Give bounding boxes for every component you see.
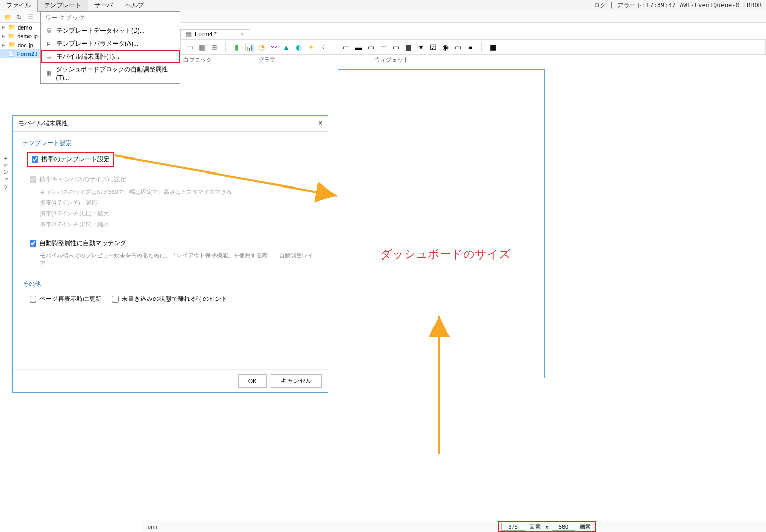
chk-label: 携帯キャンバスのサイズに設定: [39, 175, 126, 184]
chk-unsaved[interactable]: [112, 296, 119, 303]
section-template-settings: テンプレート設定: [22, 139, 319, 148]
chk-label: ページ再表示時に更新: [39, 295, 102, 304]
dialog-title-text: モバイル端末属性: [18, 119, 68, 128]
widget-number-icon[interactable]: ▭: [379, 42, 388, 52]
widget-combo-icon[interactable]: ▾: [416, 42, 425, 52]
tree-item-demo[interactable]: ▸ 📁 demo: [0, 23, 40, 32]
size-inputs: 画素 x 画素: [499, 522, 596, 531]
open-icon[interactable]: 📁: [3, 13, 12, 21]
separator: [481, 42, 482, 52]
tree-item-doc-jp[interactable]: ▸ 📁 doc-jp: [0, 40, 40, 49]
chart-line-icon[interactable]: 〰: [269, 42, 279, 52]
widget-textarea-icon[interactable]: ▤: [403, 42, 413, 52]
tree-label: Form2.f: [17, 51, 38, 57]
chevron-right-icon: ▸: [2, 33, 6, 39]
form-label: form: [146, 524, 157, 530]
chart-bar-icon[interactable]: ▮: [232, 42, 241, 52]
widget-button-icon[interactable]: ▭: [366, 42, 375, 52]
chk-refresh[interactable]: [30, 296, 36, 303]
widget-list-icon[interactable]: ≡: [466, 42, 475, 52]
chk-mobile-template-row[interactable]: 携帯のテンプレート設定: [30, 154, 112, 165]
separator: [225, 42, 226, 52]
chk-mobile-template[interactable]: [32, 156, 38, 163]
refresh-icon[interactable]: ↻: [15, 13, 24, 21]
widget-password-icon[interactable]: ▭: [391, 42, 400, 52]
size-47-down: 携帯(4.7インチ以下)：縮小: [40, 221, 319, 228]
menu-template[interactable]: テンプレート: [37, 0, 88, 12]
menu-file[interactable]: ファイル: [0, 0, 37, 11]
height-input[interactable]: [552, 523, 575, 531]
dialog-titlebar: モバイル端末属性 ×: [13, 116, 328, 132]
chk-auto-match-row[interactable]: 自動調整属性に自動マッチング: [30, 239, 319, 248]
dd-label: テンプレートデータセット(D)...: [56, 26, 145, 35]
plus-icon[interactable]: +: [1, 155, 10, 161]
chart-scatter-icon[interactable]: ⁘: [319, 42, 328, 52]
dashboard-frame[interactable]: [338, 69, 545, 378]
widget-date-icon[interactable]: ▭: [453, 42, 463, 52]
menu-bar: ファイル テンプレート サーバ ヘルプ ログ | アラート:17:39:47 A…: [0, 0, 766, 11]
mult-label: x: [545, 524, 550, 530]
mobile-attr-dialog: モバイル端末属性 × テンプレート設定 携帯のテンプレート設定 携帯キャンバスの…: [12, 115, 328, 393]
size-47: 携帯(4.7インチ)：適応: [40, 199, 319, 207]
status-text: ログ | アラート:17:39:47 AWT-EventQueue-0 ERRO…: [594, 1, 766, 10]
form-icon: ▦: [186, 31, 192, 38]
dialog-body: テンプレート設定 携帯のテンプレート設定 携帯キャンバスのサイズに設定 キャンバ…: [13, 132, 328, 369]
cancel-button[interactable]: キャンセル: [271, 374, 322, 388]
menu-help[interactable]: ヘルプ: [119, 0, 150, 11]
tree-item-demo-jp[interactable]: ▸ 📁 demo-jp: [0, 32, 40, 40]
widget-toolbar: ▭ ▦ ⊞ ▮ 📊 ◔ 〰 ▲ ◐ ✦ ⁘ ▭ ▬ ▭ ▭ ▭ ▤ ▾ ☑ ◉ …: [180, 39, 766, 55]
unit-label: 画素: [527, 523, 543, 530]
tab-bar: ▦ Form4 * ×: [180, 28, 250, 39]
dd-item-mobile[interactable]: ▭ モバイル端末属性(T)...: [41, 50, 180, 63]
dd-item-dataset[interactable]: ⛁ テンプレートデータセット(D)...: [41, 24, 180, 37]
dropdown-section-title: ワークブック: [41, 12, 180, 24]
chk-auto-match[interactable]: [30, 240, 36, 247]
block-icon[interactable]: ▭: [185, 42, 194, 52]
menu-server[interactable]: サーバ: [88, 0, 119, 11]
group-label-block: 白ブロック: [180, 55, 215, 64]
close-icon[interactable]: ×: [241, 31, 244, 38]
ok-button[interactable]: OK: [238, 374, 267, 388]
dd-item-auto-adjust[interactable]: ▦ ダッシュボードブロックの自動調整属性(T)...: [41, 63, 180, 83]
tree-item-form2[interactable]: 📄 Form2.f: [0, 49, 40, 58]
chart-radar-icon[interactable]: ✦: [307, 42, 316, 52]
chk-refresh-row[interactable]: ページ再表示時に更新: [30, 295, 102, 304]
dialog-footer: OK キャンセル: [13, 369, 328, 392]
template-dropdown: ワークブック ⛁ テンプレートデータセット(D)... P テンプレートパラメー…: [40, 11, 180, 84]
widget-label-icon[interactable]: ▬: [354, 42, 363, 52]
chart-column-icon[interactable]: 📊: [244, 42, 254, 52]
tree-label: doc-jp: [18, 42, 33, 48]
mobile-icon: ▭: [45, 53, 52, 61]
width-input[interactable]: [501, 523, 525, 531]
chevron-right-icon: ▸: [2, 41, 6, 48]
chevron-right-icon: ▸: [2, 24, 6, 31]
file-tree: ▸ 📁 demo ▸ 📁 demo-jp ▸ 📁 doc-jp 📄 Form2.…: [0, 23, 40, 58]
dd-label: テンプレートパラメータ(A)...: [56, 39, 138, 48]
widget-check-icon[interactable]: ☑: [428, 42, 438, 52]
chk-canvas-size-row[interactable]: 携帯キャンバスのサイズに設定: [30, 175, 319, 184]
separator: [335, 42, 335, 52]
grid-icon[interactable]: ▦: [197, 42, 207, 52]
widget-text-icon[interactable]: ▭: [341, 42, 351, 52]
chart-pie-icon[interactable]: ◔: [257, 42, 266, 52]
tab-form4[interactable]: ▦ Form4 * ×: [180, 29, 250, 39]
chart-area-icon[interactable]: ▲: [282, 42, 291, 52]
chk-unsaved-row[interactable]: 未書き込みの状態で離れる時のヒント: [112, 295, 227, 304]
list-icon[interactable]: ☰: [26, 13, 35, 21]
folder-icon: 📁: [8, 41, 16, 48]
chk-canvas-size[interactable]: [30, 176, 36, 183]
database-icon: ⛁: [45, 27, 52, 35]
widget-labels: 白ブロック グラフ ウィジェット: [180, 55, 766, 64]
other-row: ページ再表示時に更新 未書き込みの状態で離れる時のヒント: [30, 295, 319, 304]
folder-icon: 📁: [8, 24, 16, 31]
chart-gauge-icon[interactable]: ◐: [294, 42, 303, 52]
close-icon[interactable]: ×: [318, 119, 323, 128]
strip-text: セッ: [1, 176, 10, 190]
auto-match-desc: モバイル端末でのプレビュー効果を高めるために、「レイアウト保持機能」を使用する際…: [40, 252, 319, 267]
dd-item-param[interactable]: P テンプレートパラメータ(A)...: [41, 37, 180, 50]
widget-radio-icon[interactable]: ◉: [441, 42, 450, 52]
dd-label: ダッシュボードブロックの自動調整属性(T)...: [56, 65, 176, 81]
dd-label: モバイル端末属性(T)...: [56, 52, 119, 61]
layout-icon[interactable]: ⊞: [210, 42, 219, 52]
widget-tree-icon[interactable]: ▦: [488, 42, 497, 52]
